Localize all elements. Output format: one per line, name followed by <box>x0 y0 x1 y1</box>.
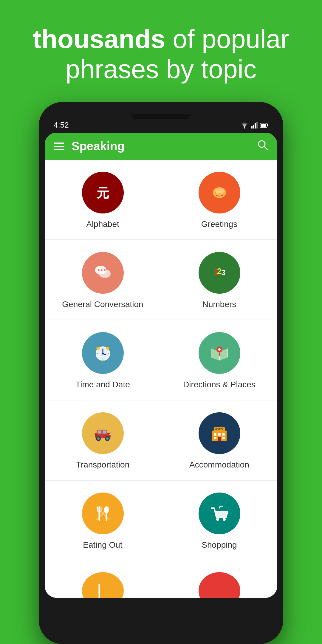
timedate-label: Time and Date <box>75 380 130 389</box>
svg-point-21 <box>98 269 100 271</box>
app-bar-left: Speaking <box>54 140 125 153</box>
svg-rect-3 <box>255 123 256 129</box>
svg-point-33 <box>102 353 104 354</box>
hero-section: thousands of popular phrases by topic <box>15 0 307 102</box>
svg-text:元: 元 <box>96 186 109 200</box>
svg-line-9 <box>264 146 267 150</box>
accommodation-label: Accommodation <box>189 460 249 470</box>
svg-point-47 <box>218 348 221 351</box>
svg-rect-65 <box>218 433 221 436</box>
conversation-label: General Conversation <box>62 300 143 309</box>
grid-item-shopping[interactable]: Shopping <box>161 481 277 560</box>
svg-point-83 <box>208 580 231 598</box>
svg-rect-51 <box>98 431 101 434</box>
eating-label: Eating Out <box>83 540 122 550</box>
svg-rect-68 <box>222 437 225 439</box>
svg-text:HOTEL: HOTEL <box>215 428 224 431</box>
grid-item-transportation[interactable]: Transportation <box>45 400 161 480</box>
hero-bold: thousands <box>33 24 165 54</box>
svg-rect-67 <box>214 437 216 439</box>
grid-item-conversation[interactable]: General Conversation <box>45 240 161 320</box>
alphabet-label: Alphabet <box>86 219 119 229</box>
svg-rect-66 <box>222 433 225 436</box>
battery-icon <box>260 123 268 128</box>
svg-rect-58 <box>95 434 97 436</box>
grid-item-partial-right[interactable] <box>161 560 277 598</box>
grid-item-directions[interactable]: Directions & Places <box>161 320 277 400</box>
numbers-label: Numbers <box>202 300 236 309</box>
status-icons <box>240 122 268 129</box>
grid-item-partial-left[interactable] <box>45 560 161 598</box>
svg-rect-6 <box>267 124 268 126</box>
status-time: 4:52 <box>54 120 69 130</box>
svg-point-34 <box>96 347 100 350</box>
directions-icon <box>199 332 240 374</box>
grid-item-numbers[interactable]: 1 2 3 Numbers <box>161 240 277 320</box>
grid-item-alphabet[interactable]: 元 Alphabet <box>45 160 161 239</box>
svg-rect-1 <box>251 126 253 129</box>
svg-rect-7 <box>261 124 266 127</box>
grid-item-accommodation[interactable]: HOTEL Accommodation <box>161 400 277 480</box>
partial-left-icon <box>82 572 124 598</box>
partial-right-icon <box>199 572 240 598</box>
status-bar: 4:52 <box>45 120 277 133</box>
wifi-icon <box>240 122 249 129</box>
grid-item-timedate[interactable]: Time and Date <box>45 320 161 400</box>
app-bar-title: Speaking <box>72 140 125 153</box>
numbers-icon: 1 2 3 <box>199 252 240 294</box>
directions-label: Directions & Places <box>183 380 256 389</box>
svg-text:3: 3 <box>221 268 225 277</box>
conversation-icon <box>82 252 124 294</box>
svg-rect-69 <box>218 437 221 441</box>
svg-rect-52 <box>103 431 106 434</box>
svg-rect-64 <box>214 433 216 436</box>
menu-button[interactable] <box>54 143 64 150</box>
svg-point-0 <box>244 127 245 129</box>
svg-point-57 <box>109 434 111 435</box>
grid-item-eating[interactable]: Eating Out <box>45 481 161 560</box>
svg-point-23 <box>104 269 106 271</box>
phone-screen: Speaking 元 Alphabet <box>45 133 277 598</box>
category-grid: 元 Alphabet <box>45 160 277 560</box>
greetings-icon <box>199 172 240 213</box>
svg-point-79 <box>216 518 219 521</box>
svg-rect-4 <box>256 122 258 129</box>
svg-point-81 <box>92 580 114 598</box>
svg-point-22 <box>101 269 103 271</box>
greetings-label: Greetings <box>201 219 237 229</box>
shopping-icon <box>199 493 240 534</box>
timedate-icon <box>82 332 124 374</box>
eating-icon <box>82 493 124 534</box>
svg-rect-2 <box>253 125 254 129</box>
svg-rect-20 <box>99 270 111 278</box>
shopping-label: Shopping <box>202 540 237 550</box>
signal-icon <box>251 122 258 129</box>
grid-item-greetings[interactable]: Greetings <box>161 160 277 239</box>
alphabet-icon: 元 <box>82 172 124 213</box>
hero-rest: of popular <box>165 24 290 54</box>
accommodation-icon: HOTEL <box>199 412 240 454</box>
transportation-label: Transportation <box>76 460 130 470</box>
svg-point-80 <box>223 518 226 521</box>
app-bar: Speaking <box>45 133 277 160</box>
partial-grid <box>45 560 277 598</box>
svg-rect-36 <box>102 360 104 361</box>
phone-shell: 4:52 <box>39 102 283 644</box>
hero-line2: phrases by topic <box>66 54 257 84</box>
svg-point-35 <box>106 347 109 350</box>
transportation-icon <box>82 412 124 454</box>
svg-point-56 <box>106 437 109 440</box>
phone-camera-bar <box>131 114 191 119</box>
svg-point-54 <box>97 437 100 440</box>
search-button[interactable] <box>257 139 268 153</box>
